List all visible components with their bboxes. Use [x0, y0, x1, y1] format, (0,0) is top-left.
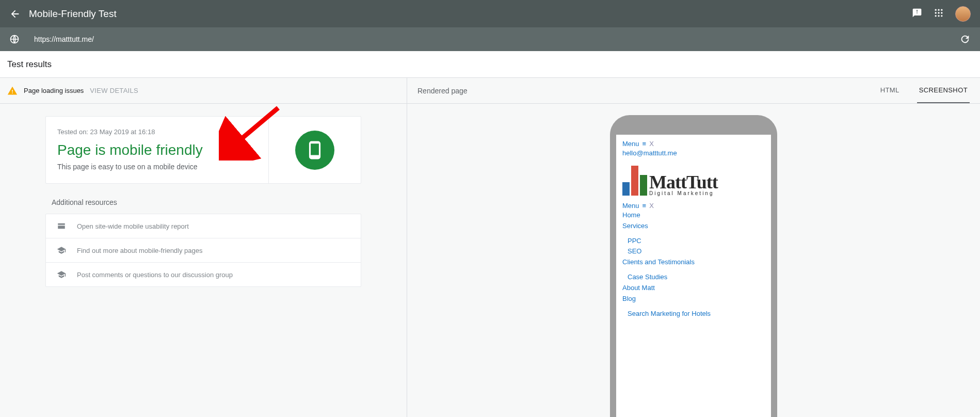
school-icon	[56, 270, 67, 279]
close-x-icon: X	[649, 202, 654, 210]
avatar[interactable]	[955, 6, 971, 22]
status-description: This page is easy to use on a mobile dev…	[57, 163, 257, 171]
phone-logo: MattTutt Digital Marketing	[622, 166, 765, 196]
resource-item-label: Find out more about mobile-friendly page…	[77, 247, 203, 254]
phone-nav-about: About Matt	[622, 283, 765, 293]
resource-item-learn[interactable]: Find out more about mobile-friendly page…	[46, 238, 361, 263]
svg-point-0	[935, 9, 937, 11]
phone-menu: Menu	[622, 202, 639, 210]
resource-item-label: Open site-wide mobile usability report	[77, 222, 189, 230]
status-card: Tested on: 23 May 2019 at 16:18 Page is …	[45, 116, 361, 184]
close-x-icon: X	[649, 140, 654, 148]
rendered-page-label: Rendered page	[417, 87, 878, 95]
phone-screen: Menu ≡ X hello@matttutt.me MattTutt	[616, 135, 771, 417]
phone-nav-clients: Clients and Testimonials	[622, 258, 765, 267]
phone-nav-services: Services	[622, 221, 765, 231]
resource-list: Open site-wide mobile usability report F…	[45, 214, 361, 287]
svg-point-7	[938, 15, 939, 17]
phone-nav-blog: Blog	[622, 294, 765, 304]
app-header: Mobile-Friendly Test	[0, 0, 980, 27]
phone-nav-ppc: PPC	[628, 236, 765, 246]
school-icon	[56, 246, 67, 255]
results-title: Test results	[7, 59, 52, 70]
left-pane: Page loading issues VIEW DETAILS Tested …	[0, 78, 407, 417]
apps-grid-icon[interactable]	[934, 8, 944, 20]
tab-html[interactable]: HTML	[878, 78, 902, 103]
svg-point-5	[941, 12, 942, 13]
phone-nav-search-marketing: Search Marketing for Hotels	[628, 309, 765, 319]
report-icon	[56, 221, 67, 231]
globe-icon	[9, 34, 20, 44]
logo-main-text: MattTutt	[649, 174, 718, 190]
resource-item-label: Post comments or questions to our discus…	[77, 271, 233, 279]
svg-point-2	[941, 9, 942, 11]
right-top-bar: Rendered page HTML SCREENSHOT	[407, 78, 980, 104]
issues-text: Page loading issues	[24, 87, 84, 94]
feedback-icon[interactable]	[912, 8, 922, 20]
right-pane: Rendered page HTML SCREENSHOT Menu ≡ X h…	[407, 78, 980, 417]
view-details-link[interactable]: VIEW DETAILS	[90, 87, 138, 94]
hamburger-icon: ≡	[642, 140, 647, 148]
additional-resources-label: Additional resources	[45, 198, 361, 206]
warning-triangle-icon	[7, 86, 18, 96]
results-header: Test results	[0, 51, 980, 78]
refresh-icon[interactable]	[959, 34, 971, 45]
mobile-friendly-badge-icon	[295, 131, 334, 170]
svg-point-4	[938, 12, 939, 13]
tab-screenshot[interactable]: SCREENSHOT	[917, 78, 970, 103]
app-title: Mobile-Friendly Test	[29, 8, 912, 20]
resource-item-report[interactable]: Open site-wide mobile usability report	[46, 214, 361, 238]
status-title: Page is mobile friendly	[57, 142, 257, 158]
issues-bar: Page loading issues VIEW DETAILS	[0, 78, 407, 104]
tested-url[interactable]: https://matttutt.me/	[34, 35, 959, 43]
svg-point-8	[941, 15, 942, 17]
phone-nav-seo: SEO	[628, 247, 765, 256]
phone-nav-case-studies: Case Studies	[628, 272, 765, 282]
url-bar: https://matttutt.me/	[0, 27, 980, 51]
svg-point-6	[935, 15, 937, 17]
svg-point-1	[938, 9, 939, 11]
phone-frame: Menu ≡ X hello@matttutt.me MattTutt	[610, 115, 777, 417]
phone-email-link: hello@matttutt.me	[622, 149, 765, 158]
logo-sub-text: Digital Marketing	[649, 191, 718, 196]
phone-nav-home: Home	[622, 211, 765, 220]
phone-menu: Menu	[622, 140, 639, 148]
tested-on-text: Tested on: 23 May 2019 at 16:18	[57, 128, 257, 136]
svg-point-3	[935, 12, 937, 13]
hamburger-icon: ≡	[642, 202, 647, 210]
resource-item-discuss[interactable]: Post comments or questions to our discus…	[46, 263, 361, 286]
back-arrow-icon[interactable]	[9, 8, 21, 20]
